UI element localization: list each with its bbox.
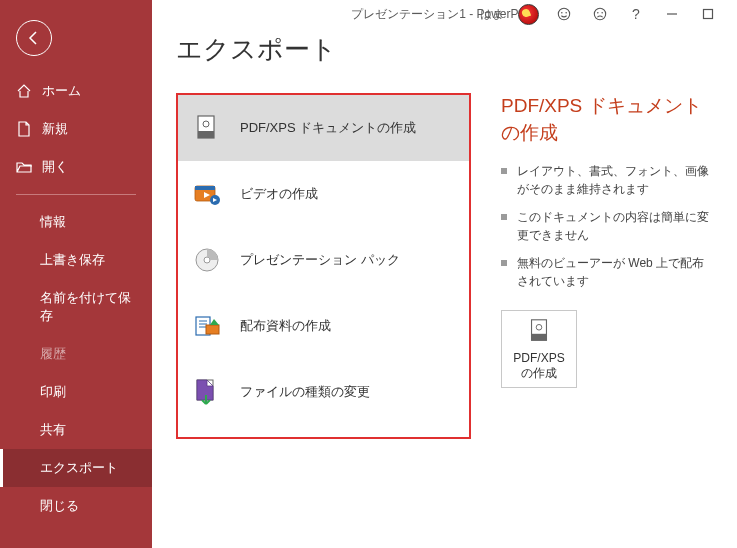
- export-option-handouts[interactable]: 配布資料の作成: [178, 293, 469, 359]
- svg-rect-22: [206, 325, 219, 334]
- smile-feedback-button[interactable]: [553, 3, 575, 25]
- export-options-list: PDF/XPS ドキュメントの作成 ビデオの作成 プレゼンテーション パック 配…: [176, 93, 471, 439]
- help-button[interactable]: ?: [625, 3, 647, 25]
- sidebar-item-info[interactable]: 情報: [0, 203, 152, 241]
- svg-rect-9: [198, 131, 214, 138]
- sidebar-item-export[interactable]: エクスポート: [0, 449, 152, 487]
- maximize-button[interactable]: [697, 3, 719, 25]
- export-option-change-type[interactable]: ファイルの種類の変更: [178, 359, 469, 425]
- panel-bullet: レイアウト、書式、フォント、画像がそのまま維持されます: [501, 162, 713, 198]
- details-panel: PDF/XPS ドキュメントの作成 レイアウト、書式、フォント、画像がそのまま維…: [483, 93, 713, 548]
- user-avatar[interactable]: [518, 4, 539, 25]
- panel-title: PDF/XPS ドキュメントの作成: [501, 93, 713, 146]
- sidebar-item-saveas[interactable]: 名前を付けて保存: [0, 279, 152, 335]
- pdf-xps-icon: [525, 317, 553, 345]
- export-option-label: プレゼンテーション パック: [240, 251, 400, 269]
- create-pdf-xps-button[interactable]: PDF/XPS の作成: [501, 310, 577, 388]
- pdf-xps-icon: [192, 113, 222, 143]
- sidebar-item-history: 履歴: [0, 335, 152, 373]
- sidebar-item-open[interactable]: 開く: [0, 148, 152, 186]
- svg-rect-12: [195, 186, 215, 190]
- export-option-package[interactable]: プレゼンテーション パック: [178, 227, 469, 293]
- svg-rect-25: [532, 333, 547, 340]
- export-option-pdf-xps[interactable]: PDF/XPS ドキュメントの作成: [178, 95, 469, 161]
- user-name: はま: [480, 6, 504, 23]
- svg-point-2: [565, 12, 567, 14]
- smile-icon: [557, 7, 571, 21]
- sidebar-item-save[interactable]: 上書き保存: [0, 241, 152, 279]
- bullet-icon: [501, 214, 507, 220]
- titlebar: プレゼンテーション1 - PowerPoint はま ?: [152, 0, 737, 28]
- export-option-label: ファイルの種類の変更: [240, 383, 370, 401]
- bullet-icon: [501, 260, 507, 266]
- sidebar-item-share[interactable]: 共有: [0, 411, 152, 449]
- handouts-icon: [192, 311, 222, 341]
- svg-point-1: [561, 12, 563, 14]
- export-option-label: 配布資料の作成: [240, 317, 331, 335]
- sidebar-item-close[interactable]: 閉じる: [0, 487, 152, 525]
- svg-rect-7: [704, 10, 713, 19]
- sidebar-item-label: ホーム: [42, 82, 81, 100]
- folder-open-icon: [16, 159, 32, 175]
- video-icon: [192, 179, 222, 209]
- svg-point-4: [597, 12, 599, 14]
- export-option-video[interactable]: ビデオの作成: [178, 161, 469, 227]
- frown-feedback-button[interactable]: [589, 3, 611, 25]
- svg-point-5: [601, 12, 603, 14]
- page-title: エクスポート: [152, 28, 737, 81]
- sidebar-item-new[interactable]: 新規: [0, 110, 152, 148]
- svg-point-17: [204, 257, 210, 263]
- backstage-sidebar: ホーム 新規 開く 情報 上書き保存 名前を付けて保存 履歴 印刷 共有 エクス…: [0, 0, 152, 548]
- sidebar-item-label: 開く: [42, 158, 68, 176]
- main-area: プレゼンテーション1 - PowerPoint はま ? エクスポート PDF/…: [152, 0, 737, 548]
- sidebar-item-home[interactable]: ホーム: [0, 72, 152, 110]
- frown-icon: [593, 7, 607, 21]
- minimize-icon: [665, 7, 679, 21]
- change-filetype-icon: [192, 377, 222, 407]
- bullet-icon: [501, 168, 507, 174]
- button-label: PDF/XPS の作成: [513, 351, 564, 382]
- back-button[interactable]: [16, 20, 52, 56]
- export-option-label: PDF/XPS ドキュメントの作成: [240, 119, 416, 137]
- sidebar-item-print[interactable]: 印刷: [0, 373, 152, 411]
- svg-point-0: [558, 8, 569, 19]
- svg-point-3: [594, 8, 605, 19]
- sidebar-separator: [16, 194, 136, 195]
- new-file-icon: [16, 121, 32, 137]
- sidebar-item-label: 新規: [42, 120, 68, 138]
- maximize-icon: [701, 7, 715, 21]
- panel-bullet: このドキュメントの内容は簡単に変更できません: [501, 208, 713, 244]
- export-option-label: ビデオの作成: [240, 185, 318, 203]
- arrow-left-icon: [26, 30, 42, 46]
- panel-bullet: 無料のビューアーが Web 上で配布されています: [501, 254, 713, 290]
- minimize-button[interactable]: [661, 3, 683, 25]
- cd-icon: [192, 245, 222, 275]
- home-icon: [16, 83, 32, 99]
